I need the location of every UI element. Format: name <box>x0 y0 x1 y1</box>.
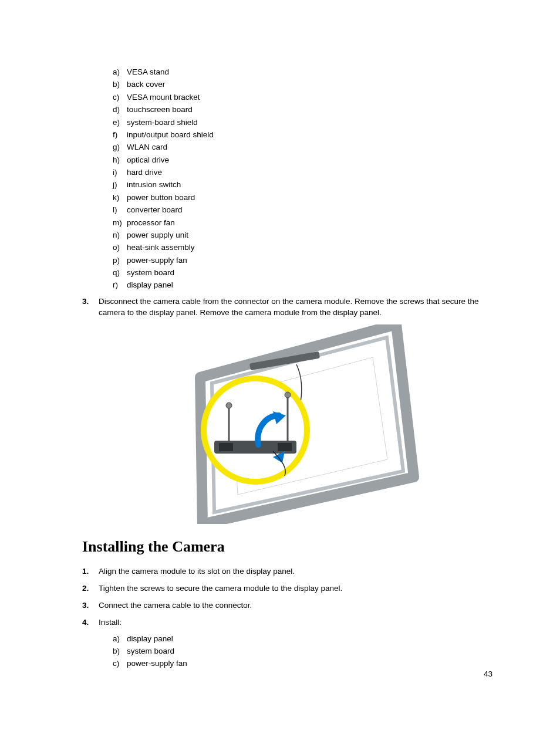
install-step: 3. Connect the camera cable to the conne… <box>82 600 492 611</box>
list-text: VESA stand <box>127 67 169 77</box>
list-item: g)WLAN card <box>113 143 492 153</box>
step-text: Install: <box>99 617 492 628</box>
list-text: hard drive <box>127 168 162 178</box>
list-text: power-supply fan <box>127 659 187 669</box>
list-marker: b) <box>113 647 127 657</box>
list-marker: a) <box>113 634 127 644</box>
list-marker: g) <box>113 143 127 153</box>
list-text: converter board <box>127 205 183 215</box>
list-item: n)power supply unit <box>113 231 492 241</box>
step-marker: 4. <box>82 617 99 628</box>
list-marker: k) <box>113 193 127 203</box>
svg-point-4 <box>204 378 307 482</box>
camera-remove-figure <box>156 324 420 524</box>
list-item: o)heat-sink assembly <box>113 243 492 253</box>
list-item: a)VESA stand <box>113 67 492 77</box>
page-content: a)VESA stand b)back cover c)VESA mount b… <box>0 0 560 669</box>
list-item: c)power-supply fan <box>113 659 492 669</box>
remove-sub-list: a)VESA stand b)back cover c)VESA mount b… <box>113 67 492 290</box>
list-marker: c) <box>113 659 127 669</box>
step-marker: 1. <box>82 566 99 577</box>
svg-point-9 <box>226 403 232 408</box>
list-marker: o) <box>113 243 127 253</box>
step-3: 3. Disconnect the camera cable from the … <box>82 296 492 319</box>
list-marker: p) <box>113 256 127 266</box>
list-marker: r) <box>113 280 127 290</box>
list-text: optical drive <box>127 155 169 165</box>
list-text: display panel <box>127 280 173 290</box>
list-item: q)system board <box>113 268 492 278</box>
list-text: power button board <box>127 193 195 203</box>
step-marker: 3. <box>82 600 99 611</box>
step-text: Disconnect the camera cable from the con… <box>99 296 492 319</box>
list-text: back cover <box>127 80 165 90</box>
list-text: VESA mount bracket <box>127 93 200 103</box>
install-step: 4. Install: <box>82 617 492 628</box>
list-marker: q) <box>113 268 127 278</box>
step-marker: 3. <box>82 296 99 319</box>
list-marker: f) <box>113 130 127 140</box>
list-item: d)touchscreen board <box>113 105 492 115</box>
list-item: k)power button board <box>113 193 492 203</box>
svg-point-11 <box>285 392 291 398</box>
list-item: m)processor fan <box>113 218 492 228</box>
list-text: power supply unit <box>127 231 188 241</box>
list-text: power-supply fan <box>127 256 187 266</box>
list-text: system board <box>127 647 174 657</box>
list-marker: b) <box>113 80 127 90</box>
list-item: p)power-supply fan <box>113 256 492 266</box>
list-marker: h) <box>113 155 127 165</box>
step-text: Tighten the screws to secure the camera … <box>99 583 492 594</box>
list-item: h)optical drive <box>113 155 492 165</box>
figure-container <box>82 324 492 526</box>
step-text: Align the camera module to its slot on t… <box>99 566 492 577</box>
svg-rect-6 <box>219 443 233 451</box>
list-item: b)system board <box>113 647 492 657</box>
install-sub-list: a)display panel b)system board c)power-s… <box>113 634 492 669</box>
list-marker: d) <box>113 105 127 115</box>
list-marker: i) <box>113 168 127 178</box>
page-number: 43 <box>484 669 492 678</box>
list-marker: n) <box>113 231 127 241</box>
list-item: r)display panel <box>113 280 492 290</box>
step-text: Connect the camera cable to the connecto… <box>99 600 492 611</box>
step-marker: 2. <box>82 583 99 594</box>
install-steps: 1. Align the camera module to its slot o… <box>82 566 492 669</box>
list-text: intrusion switch <box>127 180 181 190</box>
list-text: WLAN card <box>127 143 167 153</box>
list-item: c)VESA mount bracket <box>113 93 492 103</box>
list-item: a)display panel <box>113 634 492 644</box>
list-item: l)converter board <box>113 205 492 215</box>
list-item: j)intrusion switch <box>113 180 492 190</box>
list-text: heat-sink assembly <box>127 243 195 253</box>
install-step: 1. Align the camera module to its slot o… <box>82 566 492 577</box>
list-item: f)input/output board shield <box>113 130 492 140</box>
list-marker: l) <box>113 205 127 215</box>
list-item: b)back cover <box>113 80 492 90</box>
list-marker: a) <box>113 67 127 77</box>
list-marker: m) <box>113 218 127 228</box>
list-text: processor fan <box>127 218 175 228</box>
list-text: system-board shield <box>127 118 198 128</box>
list-text: input/output board shield <box>127 130 214 140</box>
list-item: i)hard drive <box>113 168 492 178</box>
list-text: display panel <box>127 634 173 644</box>
list-marker: c) <box>113 93 127 103</box>
list-text: system board <box>127 268 174 278</box>
install-step: 2. Tighten the screws to secure the came… <box>82 583 492 594</box>
list-marker: e) <box>113 118 127 128</box>
list-item: e)system-board shield <box>113 118 492 128</box>
list-text: touchscreen board <box>127 105 193 115</box>
list-marker: j) <box>113 180 127 190</box>
svg-rect-7 <box>278 443 292 451</box>
section-heading: Installing the Camera <box>82 538 492 556</box>
